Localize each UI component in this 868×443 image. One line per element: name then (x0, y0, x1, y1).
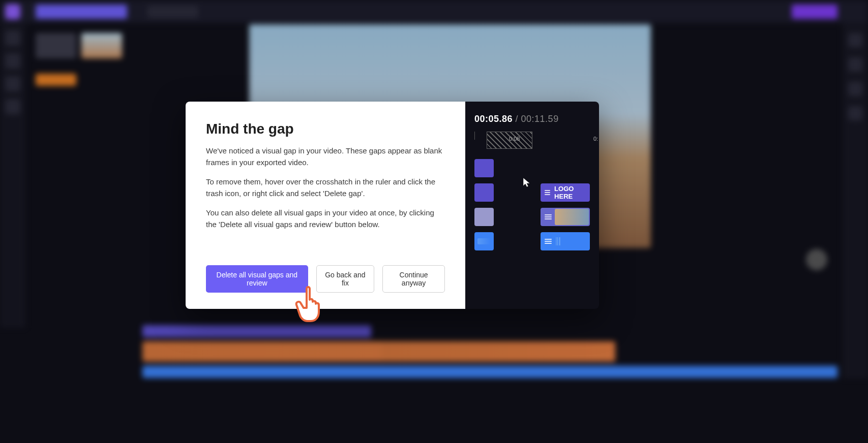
bg-export-button (792, 5, 837, 19)
demo-clip-stub (474, 208, 494, 226)
bg-timeline (142, 325, 837, 396)
demo-logo-clip-label: LOGO HERE (554, 185, 586, 200)
modal-title: Mind the gap (206, 121, 445, 137)
bg-media-thumb (36, 33, 76, 58)
demo-audio-clip[interactable] (541, 232, 590, 250)
demo-track-row (474, 159, 590, 177)
modal-paragraph-1: We've noticed a visual gap in your video… (206, 145, 445, 168)
bg-property-icon (848, 33, 862, 47)
bg-tool-icon (5, 53, 20, 69)
modal-demo-panel: 00:05.86 / 00:11.59 0:08 0: LOGO HERE (465, 102, 599, 309)
bg-media-panel (31, 28, 132, 323)
demo-track-row (474, 232, 590, 250)
continue-anyway-button[interactable]: Continue anyway (382, 265, 445, 293)
bg-media-thumb (81, 33, 122, 58)
bg-tool-icon (5, 30, 20, 46)
modal-paragraph-3: You can also delete all visual gaps in y… (206, 207, 445, 230)
mind-the-gap-modal: Mind the gap We've noticed a visual gap … (186, 102, 599, 309)
demo-video-thumbnail (555, 209, 589, 225)
hand-pointer-icon (293, 283, 330, 326)
bg-logo (5, 4, 20, 19)
cursor-arrow-icon (522, 177, 531, 188)
delete-all-gaps-button[interactable]: Delete all visual gaps and review (206, 265, 308, 293)
bg-user-avatar (806, 249, 827, 270)
time-current: 00:05.86 (474, 114, 513, 124)
bg-left-toolbar (0, 23, 25, 328)
clip-grip-icon (545, 239, 552, 244)
demo-clip-stub (474, 183, 494, 202)
bg-tool-icon (5, 76, 20, 91)
time-separator: / (513, 114, 521, 124)
bg-topbar (0, 0, 868, 23)
demo-audio-waveform (556, 237, 587, 245)
bg-tab (147, 6, 198, 18)
timeline-ruler: 0:08 0: (474, 132, 590, 149)
demo-clip-stub (474, 232, 494, 250)
bg-menu-pill (36, 5, 127, 19)
bg-media-thumb (36, 74, 76, 86)
bg-timeline-clip (142, 366, 837, 378)
modal-paragraph-2: To remove them, hover over the crosshatc… (206, 176, 445, 199)
demo-track-row (474, 208, 590, 226)
bg-right-toolbar (843, 23, 868, 378)
ruler-tick-mark (474, 132, 475, 140)
time-total: 00:11.59 (521, 114, 559, 124)
modal-content-panel: Mind the gap We've noticed a visual gap … (186, 102, 465, 309)
bg-property-icon (848, 82, 862, 96)
bg-timeline-clip (381, 341, 615, 362)
ruler-tick-label: 0: (593, 136, 598, 142)
clip-grip-icon (545, 190, 550, 195)
bg-timeline-clip (142, 325, 371, 337)
demo-track-row: LOGO HERE (474, 183, 590, 202)
ruler-tick-label: 0:08 (509, 136, 520, 142)
clip-grip-icon (545, 214, 552, 219)
demo-logo-clip[interactable]: LOGO HERE (541, 183, 590, 202)
demo-video-clip[interactable] (541, 208, 590, 226)
bg-property-icon (848, 106, 862, 120)
time-display: 00:05.86 / 00:11.59 (474, 114, 590, 124)
demo-clip-stub (474, 159, 494, 177)
bg-tool-icon (5, 99, 20, 114)
bg-property-icon (848, 57, 862, 72)
